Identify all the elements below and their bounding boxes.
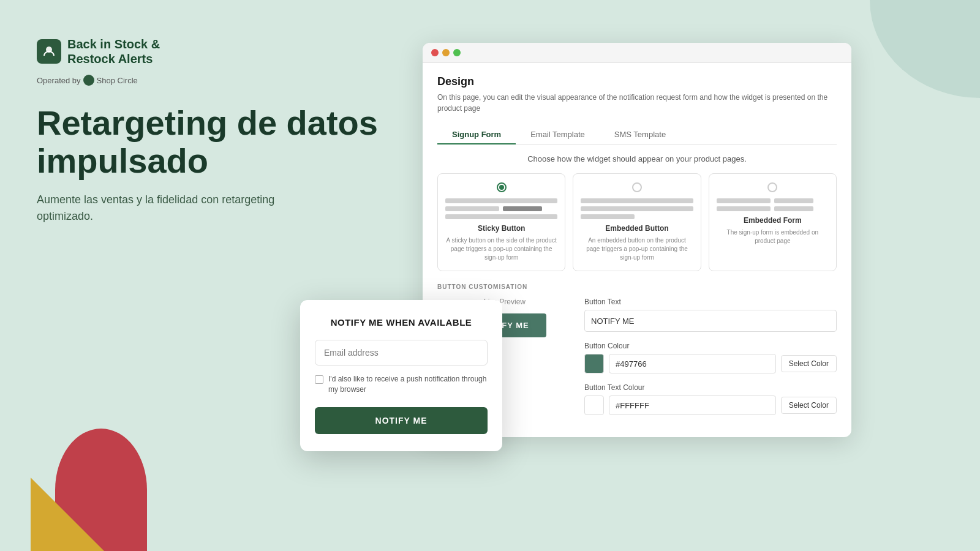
popup-checkbox-row: I'd also like to receive a push notifica…	[315, 374, 488, 395]
customisation-fields: Button Text Button Colour Select Color B…	[584, 298, 837, 425]
widget-option-embedded-btn[interactable]: Embedded Button An embedded button on th…	[573, 173, 701, 271]
widget-desc-sticky: A sticky button on the side of the produ…	[445, 236, 557, 262]
hero-subtitle: Aumente las ventas y la fidelidad con re…	[37, 192, 318, 225]
design-desc: On this page, you can edit the visual ap…	[437, 92, 837, 114]
widget-radio-embedded-form[interactable]	[767, 182, 777, 192]
button-colour-row: Select Color	[584, 354, 837, 373]
window-dot-red[interactable]	[431, 49, 439, 56]
button-colour-label: Button Colour	[584, 342, 837, 350]
left-panel: Back in Stock &Restock Alerts Operated b…	[37, 37, 380, 225]
button-text-colour-row: Select Color	[584, 395, 837, 415]
widget-label-sticky: Sticky Button	[445, 224, 557, 233]
button-colour-select[interactable]: Select Color	[781, 355, 837, 372]
window-titlebar	[423, 43, 851, 63]
widget-label-embedded-form: Embedded Form	[717, 216, 829, 225]
button-text-colour-group: Button Text Colour Select Color	[584, 383, 837, 415]
button-text-input[interactable]	[584, 310, 837, 332]
button-colour-swatch	[584, 354, 604, 373]
popup-notify-button[interactable]: NOTIFY ME	[315, 407, 488, 434]
popup-email-input[interactable]	[315, 340, 488, 365]
widget-option-sticky[interactable]: Sticky Button A sticky button on the sid…	[437, 173, 565, 271]
tabs: Signup Form Email Template SMS Template	[437, 125, 837, 144]
window-dot-yellow[interactable]	[442, 49, 450, 56]
section-label-customisation: BUTTON CUSTOMISATION	[437, 283, 837, 290]
tab-email-template[interactable]: Email Template	[516, 125, 600, 144]
hero-title: Retargeting de datos impulsado	[37, 104, 380, 179]
bg-decoration-top-right	[870, 0, 980, 98]
button-colour-input[interactable]	[609, 354, 776, 373]
widget-desc-embedded-btn: An embedded button on the product page t…	[581, 236, 693, 262]
button-text-colour-label: Button Text Colour	[584, 383, 837, 392]
widget-preview-embedded-btn	[581, 198, 693, 219]
shop-circle-icon	[83, 75, 94, 86]
button-text-colour-input[interactable]	[609, 395, 776, 415]
widget-preview-sticky	[445, 198, 557, 219]
window-dot-green[interactable]	[453, 49, 461, 56]
tab-signup-form[interactable]: Signup Form	[437, 125, 516, 144]
brand-icon	[37, 39, 61, 64]
button-text-label: Button Text	[584, 298, 837, 306]
widget-radio-sticky[interactable]	[497, 182, 507, 192]
operated-by: Operated by Shop Circle	[37, 75, 380, 86]
brand-header: Back in Stock &Restock Alerts	[37, 37, 380, 66]
brand-title: Back in Stock &Restock Alerts	[67, 37, 160, 66]
popup-title: NOTIFY ME WHEN AVAILABLE	[315, 317, 488, 328]
notify-popup: NOTIFY ME WHEN AVAILABLE I'd also like t…	[300, 300, 502, 451]
widget-option-embedded-form[interactable]: Embedded Form The sign-up form is embedd…	[709, 173, 837, 271]
button-text-colour-select[interactable]: Select Color	[781, 397, 837, 414]
design-title: Design	[437, 75, 837, 88]
button-colour-group: Button Colour Select Color	[584, 342, 837, 373]
button-text-colour-swatch	[584, 395, 604, 415]
popup-checkbox-label: I'd also like to receive a push notifica…	[328, 374, 488, 395]
widget-desc-embedded-form: The sign-up form is embedded on product …	[717, 228, 829, 246]
bg-decoration-bottom-left	[31, 416, 153, 551]
widget-radio-embedded-btn[interactable]	[632, 182, 642, 192]
tab-sms-template[interactable]: SMS Template	[600, 125, 680, 144]
widget-preview-embedded-form	[717, 198, 829, 211]
button-text-group: Button Text	[584, 298, 837, 332]
widget-label-embedded-btn: Embedded Button	[581, 224, 693, 233]
widget-options: Sticky Button A sticky button on the sid…	[437, 173, 837, 271]
popup-checkbox[interactable]	[315, 375, 323, 384]
widget-prompt: Choose how the widget should appear on y…	[437, 154, 837, 163]
